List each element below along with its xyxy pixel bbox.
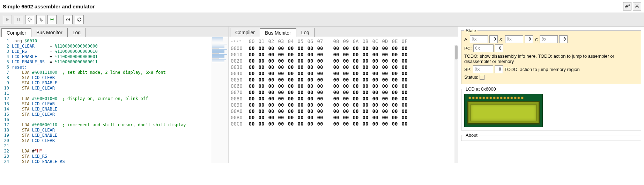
hex-byte[interactable]: 00 (361, 83, 370, 89)
reg-a-input[interactable] (470, 35, 488, 43)
hex-byte[interactable]: 00 (305, 102, 315, 108)
hex-byte[interactable]: 00 (305, 77, 315, 83)
hex-byte[interactable]: 00 (351, 83, 361, 89)
hex-byte[interactable]: 00 (370, 52, 380, 57)
hex-byte[interactable]: 00 (400, 108, 409, 114)
hex-byte[interactable]: 00 (315, 115, 325, 120)
hex-byte[interactable]: 00 (276, 96, 286, 101)
hex-byte[interactable]: 00 (257, 96, 266, 101)
tab-compiler[interactable]: Compiler (1, 28, 31, 37)
hex-byte[interactable]: 00 (331, 115, 341, 120)
code-line[interactable]: LCD_ENABLE = %1100000000000001 (12, 54, 211, 59)
hex-byte[interactable]: 00 (341, 58, 351, 64)
hex-byte[interactable]: 00 (331, 96, 341, 101)
hex-byte[interactable]: 00 (380, 58, 390, 64)
hex-byte[interactable]: 00 (341, 52, 351, 57)
hex-byte[interactable]: 00 (266, 115, 276, 120)
hex-byte[interactable]: 00 (266, 45, 276, 51)
hex-byte[interactable]: 00 (315, 83, 325, 89)
hex-byte[interactable]: 00 (266, 96, 276, 101)
hex-byte[interactable]: 00 (370, 71, 380, 76)
hex-byte[interactable]: 00 (361, 52, 370, 57)
collapse-button[interactable] (623, 2, 631, 10)
hex-byte[interactable]: 00 (247, 58, 257, 64)
hex-byte[interactable]: 00 (400, 64, 409, 70)
hex-byte[interactable]: 00 (305, 121, 315, 127)
hex-byte[interactable]: 00 (315, 64, 325, 70)
reg-y-input[interactable] (540, 35, 558, 43)
hex-byte[interactable]: 00 (276, 71, 286, 76)
hex-byte[interactable]: 00 (266, 77, 276, 83)
hex-byte[interactable]: 00 (296, 64, 305, 70)
tab-bus-monitor[interactable]: Bus Monitor (260, 28, 296, 37)
hex-byte[interactable]: 00 (341, 115, 351, 120)
hex-byte[interactable]: 00 (351, 52, 361, 57)
hex-byte[interactable]: 00 (257, 108, 266, 114)
hex-byte[interactable]: 00 (341, 90, 351, 95)
hex-byte[interactable]: 00 (257, 83, 266, 89)
hex-byte[interactable]: 00 (380, 108, 390, 114)
code-line[interactable]: STA LCD_RS (12, 154, 211, 159)
code-line[interactable]: STA LCD_ENABLE (12, 107, 211, 112)
hex-byte[interactable]: 00 (315, 71, 325, 76)
hex-byte[interactable]: 00 (361, 108, 370, 114)
hex-byte[interactable]: 00 (380, 90, 390, 95)
hex-byte[interactable]: 00 (296, 77, 305, 83)
hex-byte[interactable]: 00 (257, 64, 266, 70)
code-line[interactable]: STA LCD_CLEAR (12, 128, 211, 133)
refresh-button[interactable] (75, 15, 84, 24)
hex-byte[interactable]: 00 (390, 64, 400, 70)
hex-byte[interactable]: 00 (400, 102, 409, 108)
hex-byte[interactable]: 00 (305, 83, 315, 89)
hex-byte[interactable]: 00 (361, 121, 370, 127)
hex-byte[interactable]: 00 (380, 52, 390, 57)
hex-byte[interactable]: 00 (257, 102, 266, 108)
hex-byte[interactable]: 00 (390, 83, 400, 89)
hex-byte[interactable]: 00 (276, 83, 286, 89)
hex-byte[interactable]: 00 (331, 121, 341, 127)
code-line[interactable] (12, 91, 211, 96)
hex-byte[interactable]: 00 (257, 45, 266, 51)
step-over-button[interactable] (36, 15, 45, 24)
reg-pc-input[interactable] (473, 44, 494, 52)
hex-byte[interactable]: 00 (361, 96, 370, 101)
code-line[interactable] (12, 117, 211, 122)
hex-byte[interactable]: 00 (341, 83, 351, 89)
hex-byte[interactable]: 00 (370, 96, 380, 101)
minimap[interactable] (211, 37, 228, 163)
hex-byte[interactable]: 00 (331, 77, 341, 83)
hex-byte[interactable]: 00 (296, 96, 305, 101)
hex-byte[interactable]: 00 (400, 52, 409, 57)
code-line[interactable]: LCD_ENABLE_RS = %1100000000000011 (12, 59, 211, 65)
hex-byte[interactable]: 00 (247, 45, 257, 51)
hex-byte[interactable]: 00 (380, 45, 390, 51)
hex-byte[interactable]: 00 (370, 108, 380, 114)
tab-compiler[interactable]: Compiler (230, 28, 260, 37)
hex-byte[interactable]: 00 (305, 90, 315, 95)
hex-byte[interactable]: 00 (266, 108, 276, 114)
hex-byte[interactable]: 00 (276, 102, 286, 108)
hex-byte[interactable]: 00 (331, 45, 341, 51)
hex-byte[interactable]: 00 (266, 52, 276, 57)
hex-byte[interactable]: 00 (361, 64, 370, 70)
hex-byte[interactable]: 00 (315, 90, 325, 95)
hex-byte[interactable]: 00 (351, 45, 361, 51)
hex-byte[interactable]: 00 (286, 52, 296, 57)
hex-byte[interactable]: 00 (380, 64, 390, 70)
hex-byte[interactable]: 00 (370, 115, 380, 120)
hex-byte[interactable]: 00 (276, 90, 286, 95)
hex-byte[interactable]: 00 (296, 58, 305, 64)
hex-byte[interactable]: 00 (370, 90, 380, 95)
hex-byte[interactable]: 00 (331, 64, 341, 70)
hex-byte[interactable]: 00 (380, 121, 390, 127)
hex-byte[interactable]: 00 (276, 121, 286, 127)
hex-byte[interactable]: 00 (400, 121, 409, 127)
hex-byte[interactable]: 00 (247, 96, 257, 101)
hex-byte[interactable]: 00 (247, 90, 257, 95)
hex-byte[interactable]: 00 (380, 83, 390, 89)
hex-byte[interactable]: 00 (351, 102, 361, 108)
hex-byte[interactable]: 00 (257, 77, 266, 83)
code-line[interactable]: LDA #"H" (12, 149, 211, 154)
code-area[interactable]: .org $0010LCD_CLEAR = %1100000000000000L… (12, 37, 211, 163)
code-line[interactable]: STA LCD_CLEAR (12, 101, 211, 107)
